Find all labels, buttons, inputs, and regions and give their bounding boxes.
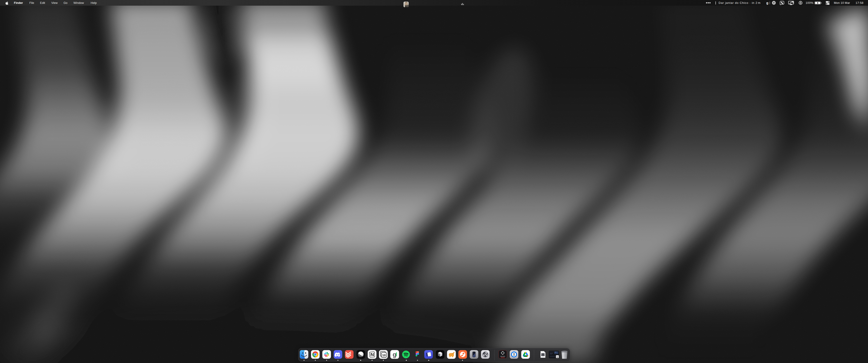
- svg-text:10: 10: [382, 354, 385, 357]
- svg-text:raycast: raycast: [500, 356, 505, 357]
- svg-text:g: g: [393, 351, 397, 358]
- svg-text:11: 11: [557, 356, 558, 358]
